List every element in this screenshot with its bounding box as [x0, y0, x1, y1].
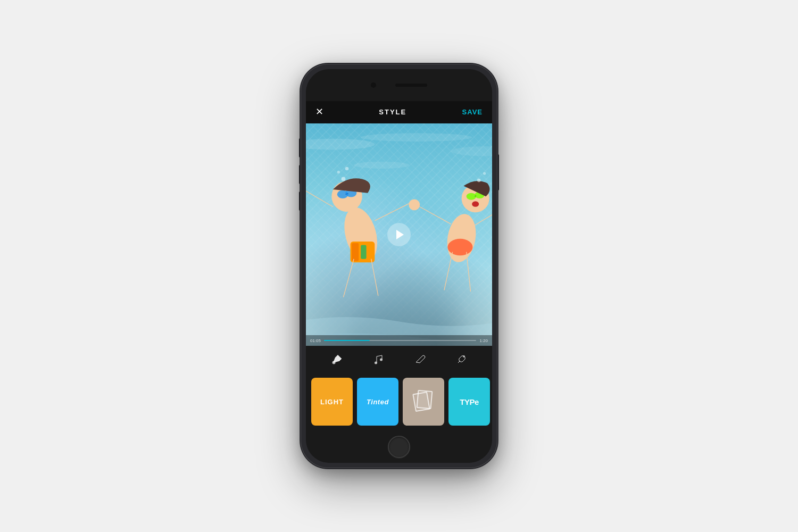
- timeline-progress: [324, 340, 370, 341]
- app-header: ✕ STYLE SAVE: [306, 100, 492, 123]
- app-screen: ✕ STYLE SAVE: [306, 100, 492, 431]
- svg-point-18: [447, 239, 472, 255]
- tool-toolbar: [306, 346, 492, 372]
- time-elapsed: 01:05: [310, 338, 321, 343]
- svg-rect-10: [352, 243, 359, 261]
- svg-point-28: [463, 355, 465, 358]
- svg-point-20: [342, 177, 346, 181]
- style-card-type[interactable]: TYPe: [448, 378, 490, 426]
- svg-point-14: [467, 193, 476, 200]
- svg-point-26: [375, 362, 377, 364]
- tinted-card-label: Tinted: [367, 398, 389, 406]
- style-card-tinted[interactable]: Tinted: [357, 378, 398, 426]
- save-button[interactable]: SAVE: [462, 108, 483, 116]
- style-card-toss[interactable]: [403, 378, 444, 426]
- screen-title: STYLE: [379, 108, 406, 116]
- svg-point-12: [444, 212, 479, 264]
- svg-point-1: [361, 133, 472, 142]
- phone-top-bar: [306, 69, 492, 101]
- svg-point-2: [451, 146, 492, 156]
- camera-dot: [371, 82, 376, 88]
- music-icon[interactable]: [371, 352, 386, 367]
- style-card-light[interactable]: LIGHT: [311, 378, 353, 426]
- play-button[interactable]: [387, 223, 411, 246]
- style-fill-icon[interactable]: [330, 352, 345, 367]
- svg-point-22: [345, 167, 349, 171]
- phone-mockup: ✕ STYLE SAVE: [301, 64, 497, 468]
- time-total: 1:20: [479, 338, 488, 343]
- settings-wrench-icon[interactable]: [453, 352, 468, 367]
- video-preview[interactable]: 01:05 1:20: [306, 123, 492, 346]
- toss-card-icon: [414, 390, 433, 413]
- svg-point-17: [472, 201, 479, 206]
- timeline-track[interactable]: [324, 340, 476, 341]
- phone-bottom-bar: [306, 431, 492, 463]
- svg-point-25: [332, 361, 335, 364]
- home-button[interactable]: [388, 436, 410, 458]
- close-button[interactable]: ✕: [315, 106, 323, 118]
- svg-point-27: [380, 359, 383, 361]
- svg-point-23: [477, 179, 481, 182]
- light-card-label: LIGHT: [320, 398, 344, 406]
- video-timeline[interactable]: 01:05 1:20: [306, 335, 492, 346]
- svg-rect-11: [361, 245, 366, 259]
- speaker-grille: [395, 84, 427, 87]
- svg-point-3: [354, 162, 410, 169]
- type-card-label: TYPe: [460, 397, 479, 406]
- toss-papers: [414, 390, 433, 413]
- toss-paper-front: [417, 390, 433, 409]
- svg-point-21: [337, 171, 340, 173]
- svg-point-24: [483, 172, 486, 174]
- edit-pencil-icon[interactable]: [412, 352, 427, 367]
- svg-point-19: [409, 199, 420, 210]
- play-icon: [396, 230, 404, 239]
- style-cards-row: LIGHT Tinted TYPe: [306, 372, 492, 431]
- phone-inner: ✕ STYLE SAVE: [306, 69, 492, 463]
- svg-point-0: [306, 139, 375, 150]
